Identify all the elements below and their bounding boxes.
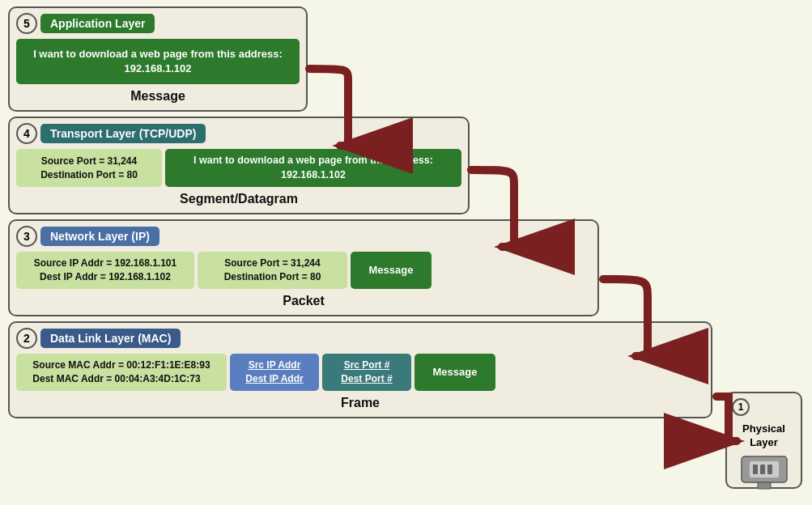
- datalink-layer-label: Frame: [16, 396, 704, 410]
- datalink-port-line1: Src Port #: [344, 359, 390, 371]
- datalink-layer-title: Data Link Layer (MAC): [40, 329, 181, 348]
- network-layer-number: 3: [16, 226, 37, 247]
- network-content-row: Source IP Addr = 192.168.1.101 Dest IP A…: [16, 252, 591, 289]
- transport-header-text: Source Port = 31,244 Destination Port = …: [40, 155, 138, 182]
- datalink-ip-line1: Src IP Addr: [249, 359, 301, 371]
- transport-layer-title: Transport Layer (TCP/UDP): [40, 124, 206, 143]
- transport-layer-header: 4 Transport Layer (TCP/UDP): [16, 123, 461, 144]
- application-layer-title: Application Layer: [40, 14, 155, 33]
- datalink-port-line2: Dest Port #: [341, 373, 392, 384]
- transport-header-cell: Source Port = 31,244 Destination Port = …: [16, 149, 162, 187]
- datalink-ip-line2: Dest IP Addr: [245, 373, 303, 384]
- datalink-port-text: Src Port # Dest Port #: [341, 359, 392, 386]
- datalink-mac-cell: Source MAC Addr = 00:12:F1:1E:E8:93 Dest…: [16, 354, 227, 391]
- transport-layer-label: Segment/Datagram: [16, 192, 461, 206]
- transport-content-row: Source Port = 31,244 Destination Port = …: [16, 149, 461, 187]
- datalink-ip-text: Src IP Addr Dest IP Addr: [245, 359, 303, 386]
- network-layer-box: 3 Network Layer (IP) Source IP Addr = 19…: [8, 219, 599, 316]
- network-layer-title: Network Layer (IP): [40, 227, 159, 246]
- svg-rect-2: [753, 465, 758, 474]
- datalink-content-row: Source MAC Addr = 00:12:F1:1E:E8:93 Dest…: [16, 354, 704, 391]
- transport-layer-number: 4: [16, 123, 37, 144]
- network-message-cell: Message: [351, 252, 432, 289]
- datalink-port-cell: Src Port # Dest Port #: [322, 354, 411, 391]
- network-ip-text: Source IP Addr = 192.168.1.101 Dest IP A…: [34, 257, 176, 284]
- application-layer-label: Message: [16, 89, 300, 104]
- datalink-layer-box: 2 Data Link Layer (MAC) Source MAC Addr …: [8, 321, 712, 418]
- datalink-ip-cell: Src IP Addr Dest IP Addr: [230, 354, 319, 391]
- physical-layer-number: 1: [732, 398, 750, 416]
- svg-rect-3: [760, 465, 765, 474]
- datalink-mac-text: Source MAC Addr = 00:12:F1:1E:E8:93 Dest…: [32, 359, 210, 386]
- application-message-cell: I want to download a web page from this …: [16, 39, 300, 84]
- network-port-text: Source Port = 31,244 Destination Port = …: [224, 257, 321, 284]
- application-layer-number: 5: [16, 13, 37, 34]
- network-port-cell: Source Port = 31,244 Destination Port = …: [198, 252, 347, 289]
- application-content-row: I want to download a web page from this …: [16, 39, 300, 84]
- transport-layer-box: 4 Transport Layer (TCP/UDP) Source Port …: [8, 117, 470, 214]
- ethernet-icon: [738, 455, 790, 491]
- network-layer-label: Packet: [16, 294, 591, 308]
- network-layer-header: 3 Network Layer (IP): [16, 226, 591, 247]
- svg-rect-4: [767, 465, 772, 474]
- datalink-layer-header: 2 Data Link Layer (MAC): [16, 328, 704, 349]
- physical-layer-box: 1 PhysicalLayer: [725, 392, 802, 489]
- transport-message-cell: I want to download a web page from this …: [165, 149, 461, 187]
- physical-layer-label: PhysicalLayer: [732, 422, 796, 450]
- datalink-message-cell: Message: [415, 354, 495, 391]
- datalink-layer-number: 2: [16, 328, 37, 349]
- network-ip-cell: Source IP Addr = 192.168.1.101 Dest IP A…: [16, 252, 194, 289]
- svg-rect-5: [758, 482, 771, 489]
- application-layer-box: 5 Application Layer I want to download a…: [8, 6, 308, 112]
- application-layer-header: 5 Application Layer: [16, 13, 300, 34]
